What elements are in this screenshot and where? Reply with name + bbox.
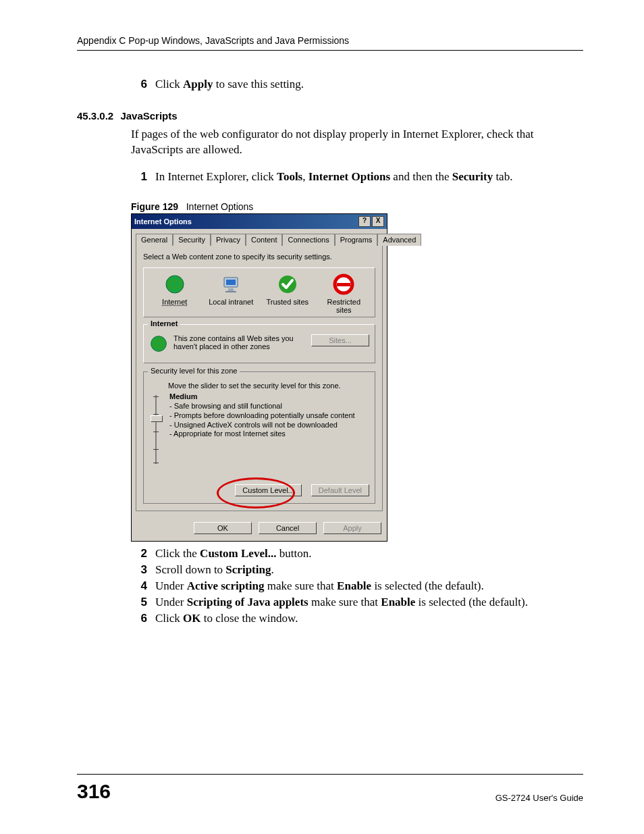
zone-label: Local intranet [207,298,254,306]
step-3: 3 Scroll down to Scripting. [131,563,583,577]
zone-instruction: Select a Web content zone to specify its… [143,253,375,261]
svg-rect-2 [226,280,236,285]
section-heading: 45.3.0.2 JavaScripts [77,110,583,122]
step-number: 3 [131,563,147,577]
step-4: 4 Under Active scripting make sure that … [131,579,583,593]
titlebar: Internet Options ? X [132,214,387,229]
tab-security[interactable]: Security [173,234,211,246]
security-level-group: Security level for this zone Move the sl… [143,371,375,504]
step-1: 1 In Internet Explorer, click Tools, Int… [131,170,583,184]
svg-rect-4 [225,291,236,292]
text: . [271,563,273,576]
text: Click [155,612,183,625]
default-level-button[interactable]: Default Level [311,484,369,496]
svg-rect-3 [228,288,234,291]
security-slider[interactable] [149,392,163,467]
zone-selector: Internet Local intranet Trusted sites [143,267,375,317]
zone-trusted-sites[interactable]: Trusted sites [264,273,311,306]
text: In Internet Explorer, click [155,170,277,183]
text: Scroll down to [155,563,225,576]
computer-icon [220,273,242,295]
sites-button[interactable]: Sites... [311,334,369,346]
custom-level-button[interactable]: Custom Level... [235,484,301,496]
text: Click [155,78,183,90]
forbidden-icon [333,273,354,295]
step-number: 2 [131,547,147,561]
bold: Scripting [225,563,271,576]
figure-caption: Figure 129 Internet Options [131,201,583,212]
section-number: 45.3.0.2 [77,110,113,122]
text: Under [155,596,187,608]
internet-options-dialog: Internet Options ? X General Security Pr… [131,213,387,542]
tab-panel-security: Select a Web content zone to specify its… [136,245,383,511]
titlebar-text: Internet Options [134,217,357,226]
zone-internet[interactable]: Internet [151,273,198,306]
tab-connections[interactable]: Connections [282,234,334,246]
cancel-button[interactable]: Cancel [259,522,317,534]
bold: OK [183,612,200,625]
globe-icon [164,273,186,295]
text: make sure that [308,596,381,608]
text: to save this setting. [213,78,304,90]
level-bullet: - Appropriate for most Internet sites [169,429,355,439]
intro-paragraph: If pages of the web configurator do not … [131,127,583,158]
help-button[interactable]: ? [358,216,371,227]
close-button[interactable]: X [372,216,384,227]
text: Under [155,579,187,592]
zone-name: Internet [148,319,180,328]
step-number: 4 [131,579,147,593]
text: to close the window. [201,612,298,625]
slider-instruction: Move the slider to set the security leve… [168,382,369,390]
bold: Enable [381,596,415,608]
step-number: 6 [131,612,147,625]
apply-button[interactable]: Apply [323,522,381,534]
step-number: 5 [131,596,147,609]
text: button. [276,547,311,560]
zone-local-intranet[interactable]: Local intranet [207,273,254,306]
bold: Enable [337,579,371,592]
text: and then the [390,170,452,183]
bold: Active scripting [187,579,265,592]
tab-privacy[interactable]: Privacy [211,234,246,246]
dialog-footer: OK Cancel Apply [132,515,387,541]
zone-label: Internet [151,298,198,306]
figure-title: Internet Options [186,201,254,212]
zone-label: Restricted sites [320,298,367,314]
tab-strip: General Security Privacy Content Connect… [132,229,387,245]
guide-name: GS-2724 User's Guide [495,793,583,803]
text: is selected (the default). [415,596,528,608]
level-bullet: - Safe browsing and still functional [169,402,355,411]
bold-security: Security [452,170,493,183]
bold: Custom Level... [200,547,276,560]
page-footer: 316 GS-2724 User's Guide [77,774,583,803]
zone-restricted-sites[interactable]: Restricted sites [320,273,367,314]
step-5: 5 Under Scripting of Java applets make s… [131,596,583,609]
running-header: Appendix C Pop-up Windows, JavaScripts a… [77,35,583,51]
bold-internet-options: Internet Options [308,170,390,183]
text: is selected (the default). [371,579,484,592]
text: , [302,170,308,183]
section-title: JavaScripts [120,110,177,122]
svg-rect-7 [337,283,350,286]
bold-tools: Tools [277,170,302,183]
tab-content[interactable]: Content [246,234,283,246]
zone-label: Trusted sites [264,298,311,306]
level-bullet: - Prompts before downloading potentially… [169,411,355,421]
bold: Scripting of Java applets [187,596,308,608]
ok-button[interactable]: OK [194,522,252,534]
figure-label: Figure 129 [131,201,178,212]
security-level-legend: Security level for this zone [148,367,240,375]
page-number: 316 [77,780,111,803]
zone-description: This zone contains all Web sites you hav… [173,334,306,350]
tab-programs[interactable]: Programs [335,234,378,246]
zone-description-box: Internet This zone contains all Web site… [143,324,375,363]
step-number: 1 [131,170,147,184]
tab-advanced[interactable]: Advanced [377,234,421,246]
text: Click the [155,547,200,560]
globe-icon [149,334,168,353]
step-2: 2 Click the Custom Level... button. [131,547,583,561]
check-circle-icon [277,273,298,295]
tab-general[interactable]: General [136,234,173,246]
step-6-apply: 6 Click Apply to save this setting. [131,78,583,91]
bold-apply: Apply [183,78,213,90]
